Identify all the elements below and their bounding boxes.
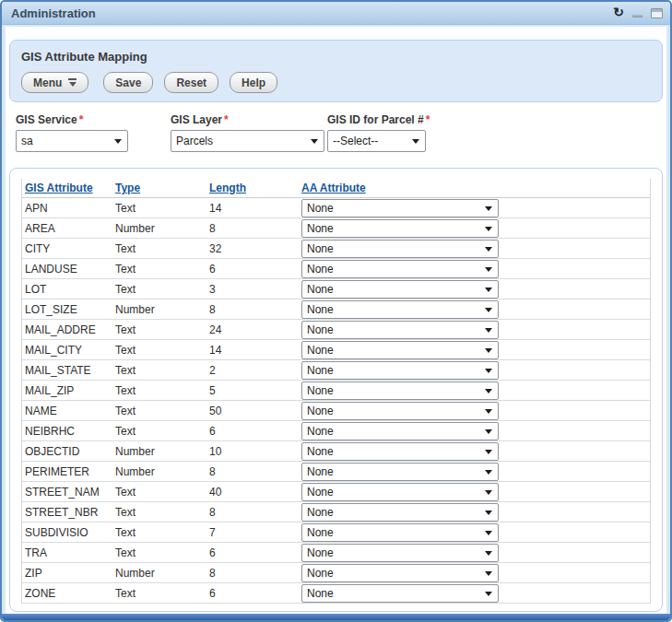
- form-field: GIS Service* sa: [16, 113, 128, 152]
- attribute-table: GIS Attribute Type Length AA Attribute A…: [21, 179, 651, 604]
- select-wrapper: None: [301, 402, 499, 420]
- form-select[interactable]: Parcels: [171, 130, 324, 152]
- table-row: LOT Text 3 None: [22, 279, 650, 299]
- menu-button[interactable]: Menu: [21, 72, 88, 93]
- form-field: GIS ID for Parcel #* --Select--: [327, 113, 426, 152]
- select-wrapper: None: [301, 219, 499, 238]
- table-header-row: GIS Attribute Type Length AA Attribute: [22, 179, 650, 198]
- aa-attribute-select[interactable]: None: [301, 219, 499, 238]
- aa-attribute-select[interactable]: None: [301, 280, 499, 299]
- cell-type: Text: [115, 344, 209, 357]
- cell-length: 8: [209, 222, 301, 235]
- table-row: PERIMETER Number 8 None: [22, 462, 650, 482]
- cell-length: 14: [209, 202, 301, 215]
- required-asterisk: *: [79, 113, 84, 126]
- table-row: MAIL_ZIP Text 5 None: [22, 381, 650, 401]
- aa-attribute-select[interactable]: None: [301, 584, 499, 603]
- select-wrapper: None: [301, 544, 499, 562]
- cell-type: Text: [115, 587, 209, 600]
- table-row: CITY Text 32 None: [22, 239, 650, 259]
- select-wrapper: None: [301, 321, 499, 339]
- select-wrapper: None: [301, 584, 499, 603]
- cell-length: 6: [209, 546, 301, 559]
- aa-attribute-select[interactable]: None: [301, 260, 499, 278]
- cell-type: Text: [115, 506, 209, 519]
- cell-type: Text: [115, 526, 209, 539]
- table-row: APN Text 14 None: [22, 198, 650, 218]
- cell-length: 2: [209, 364, 301, 377]
- aa-attribute-select[interactable]: None: [301, 341, 499, 359]
- window-bottom-edge: [2, 614, 670, 620]
- aa-attribute-select[interactable]: None: [301, 300, 499, 319]
- cell-gis-attribute: NAME: [25, 405, 115, 417]
- aa-attribute-select[interactable]: None: [301, 523, 499, 542]
- cell-type: Text: [115, 384, 209, 397]
- chevron-down-icon: [68, 78, 77, 87]
- gis-form: GIS Service* sa GIS Layer* Parcels GIS I…: [6, 113, 666, 164]
- aa-attribute-select[interactable]: None: [301, 503, 499, 522]
- table-row: LOT_SIZE Number 8 None: [22, 299, 650, 320]
- aa-attribute-select[interactable]: None: [301, 422, 499, 440]
- form-select[interactable]: --Select--: [327, 130, 426, 152]
- header-type[interactable]: Type: [115, 182, 209, 194]
- cell-gis-attribute: APN: [25, 202, 115, 215]
- table-row: MAIL_STATE Text 2 None: [22, 360, 650, 381]
- aa-attribute-select[interactable]: None: [301, 321, 499, 339]
- table-row: SUBDIVISIO Text 7 None: [22, 522, 650, 543]
- table-row: OBJECTID Number 10 None: [22, 441, 650, 462]
- select-wrapper: None: [301, 361, 499, 380]
- table-row: TRA Text 6 None: [22, 543, 650, 563]
- cell-length: 3: [209, 283, 301, 296]
- select-wrapper: --Select--: [327, 130, 426, 152]
- cell-length: 14: [209, 344, 301, 357]
- minimize-icon[interactable]: [632, 15, 643, 18]
- cell-length: 6: [209, 425, 301, 438]
- cell-length: 8: [209, 567, 301, 580]
- cell-gis-attribute: MAIL_CITY: [25, 344, 115, 357]
- aa-attribute-select[interactable]: None: [301, 544, 499, 562]
- maximize-icon[interactable]: [651, 8, 663, 18]
- aa-attribute-select[interactable]: None: [301, 483, 499, 501]
- aa-attribute-select[interactable]: None: [301, 402, 499, 420]
- cell-length: 40: [209, 486, 301, 499]
- cell-type: Text: [115, 405, 209, 417]
- refresh-icon[interactable]: ↻: [613, 6, 624, 18]
- header-gis-attribute[interactable]: GIS Attribute: [25, 182, 115, 194]
- aa-attribute-select[interactable]: None: [301, 442, 499, 461]
- cell-length: 6: [209, 263, 301, 276]
- window-title: Administration: [11, 6, 96, 20]
- header-aa-attribute[interactable]: AA Attribute: [301, 182, 501, 194]
- cell-type: Number: [115, 465, 209, 478]
- titlebar-controls: ↻: [613, 6, 663, 19]
- aa-attribute-select[interactable]: None: [301, 463, 499, 481]
- cell-type: Text: [115, 323, 209, 336]
- select-wrapper: None: [301, 463, 499, 481]
- table-row: ZONE Text 6 None: [22, 583, 650, 604]
- cell-length: 8: [209, 465, 301, 478]
- aa-attribute-select[interactable]: None: [301, 199, 499, 217]
- aa-attribute-select[interactable]: None: [301, 381, 499, 400]
- cell-length: 5: [209, 384, 301, 397]
- cell-length: 6: [209, 587, 301, 600]
- select-wrapper: None: [301, 503, 499, 522]
- form-select[interactable]: sa: [16, 130, 128, 152]
- field-label: GIS ID for Parcel #*: [327, 113, 426, 126]
- header-length[interactable]: Length: [209, 182, 301, 194]
- table-row: ZIP Number 8 None: [22, 563, 650, 583]
- aa-attribute-select[interactable]: None: [301, 361, 499, 380]
- help-button[interactable]: Help: [230, 72, 277, 93]
- cell-length: 7: [209, 526, 301, 539]
- cell-type: Text: [115, 263, 209, 276]
- window-titlebar[interactable]: Administration ↻: [2, 2, 670, 25]
- select-wrapper: None: [301, 260, 499, 278]
- select-wrapper: None: [301, 483, 499, 501]
- cell-type: Number: [115, 303, 209, 316]
- aa-attribute-select[interactable]: None: [301, 564, 499, 582]
- cell-gis-attribute: NEIBRHC: [25, 425, 115, 438]
- aa-attribute-select[interactable]: None: [301, 240, 499, 258]
- reset-button[interactable]: Reset: [164, 72, 218, 93]
- select-wrapper: None: [301, 280, 499, 299]
- cell-length: 50: [209, 405, 301, 417]
- cell-gis-attribute: PERIMETER: [25, 465, 115, 478]
- save-button[interactable]: Save: [103, 72, 153, 93]
